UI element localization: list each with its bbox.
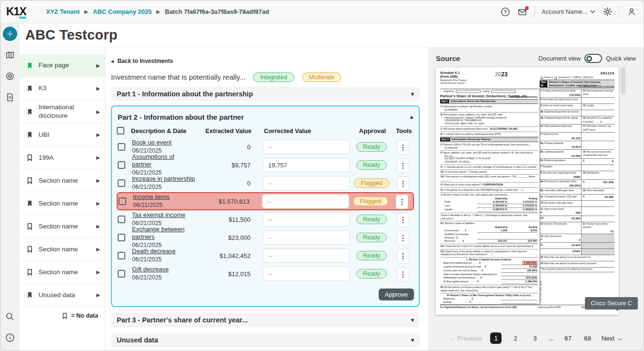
map-icon[interactable] [5, 51, 15, 62]
sidebar-item-ubi-3[interactable]: UBI▶ [20, 124, 105, 146]
row-checkbox[interactable] [118, 216, 125, 223]
row-tools-button[interactable] [397, 158, 409, 173]
top-bar: K1X XYZ Tenant▶ABC Company 2025▶Batch 7f… [0, 0, 644, 23]
sidebar-item-k3-1[interactable]: K3▶ [20, 77, 105, 100]
pagination-previous-button[interactable]: ← Previous [449, 335, 482, 342]
row-description-link[interactable]: Death decrease [132, 248, 195, 255]
row-description-link[interactable]: Increase in partnership [132, 175, 195, 183]
row-description-link[interactable]: Book up event [132, 139, 195, 146]
info-icon[interactable] [5, 333, 15, 344]
page-button-2[interactable]: 2 [510, 332, 521, 344]
sidebar-item-section-name-5[interactable]: Section name▶ [20, 169, 105, 192]
approve-button[interactable]: Approve [379, 289, 414, 300]
select-all-checkbox[interactable] [117, 127, 124, 134]
sidebar-item-label: Section name [39, 199, 91, 208]
corrected-value-input[interactable] [263, 140, 350, 154]
approval-badge: Ready [356, 142, 387, 152]
account-dropdown[interactable]: Account Name... [542, 8, 595, 15]
bookmark-icon [26, 246, 33, 253]
row-description-link[interactable]: Tax exempt income [132, 211, 195, 219]
row-description-link[interactable]: Gift decrease [132, 266, 195, 273]
row-checkbox[interactable] [119, 197, 126, 205]
search-icon[interactable] [5, 312, 15, 323]
row-tools-button[interactable] [397, 249, 409, 263]
view-toggle[interactable] [584, 54, 602, 63]
row-checkbox[interactable] [118, 270, 125, 278]
corrected-value-input[interactable] [263, 248, 350, 263]
corrected-value-input[interactable] [263, 158, 350, 172]
corrected-value-input[interactable] [263, 212, 350, 227]
document-preview: Schedule K-1(Form 1065) Department of th… [436, 67, 619, 315]
page-button-1[interactable]: 1 [490, 332, 502, 344]
pagination-next-button[interactable]: Next → [602, 335, 623, 342]
divider [534, 6, 535, 18]
corrected-value-input[interactable] [262, 194, 349, 208]
user-icon[interactable] [626, 7, 637, 17]
row-tools-button[interactable] [397, 176, 409, 191]
page-button-68[interactable]: 68 [582, 332, 594, 344]
row-tools-button[interactable] [397, 213, 409, 227]
chevron-right-icon: ▶ [96, 269, 100, 275]
back-to-investments-link[interactable]: ◂ Back to Investments [111, 58, 420, 64]
part3-header[interactable]: Part 3 - Partner's share of current year… [111, 313, 420, 327]
chevron-right-icon: ▶ [96, 178, 100, 183]
row-checkbox[interactable] [118, 252, 125, 259]
corrected-value-input[interactable] [263, 176, 350, 190]
extracted-value: 0 [247, 180, 251, 187]
investment-header: Investment name that is potentially real… [111, 72, 420, 81]
page-button-67[interactable]: 67 [563, 332, 574, 344]
sidebar-item-unused-data-10[interactable]: Unused data▶ [20, 284, 105, 307]
mail-icon[interactable] [517, 7, 528, 17]
document-icon[interactable] [5, 93, 15, 104]
k1x-logo[interactable]: K1X [6, 5, 26, 18]
row-date: 06/21/2025 [133, 202, 163, 208]
row-description-link[interactable]: Assumptions of partner [132, 153, 195, 168]
chevron-right-icon: ▶ [96, 86, 100, 91]
row-tools-button[interactable] [397, 140, 409, 155]
row-description-link[interactable]: Income items [133, 193, 194, 201]
unused-data-title: Unused data [117, 336, 158, 344]
sidebar-item-199a-4[interactable]: 199A▶ [20, 146, 105, 169]
breadcrumb-item-abc-company-2025[interactable]: ABC Company 2025 [93, 8, 152, 15]
extracted-value: $11,500 [229, 216, 251, 223]
row-checkbox[interactable] [118, 161, 125, 169]
table-row-income-items: Income items06/21/2025$1,570,613Flagged [117, 192, 414, 210]
k1-tax-year-fields: beginning ending [444, 90, 538, 93]
document-scrollbar[interactable] [621, 67, 625, 94]
row-tools-button[interactable] [396, 195, 408, 209]
sidebar-item-section-name-9[interactable]: Section name▶ [20, 261, 105, 284]
unused-data-header[interactable]: Unused data ▾ [111, 333, 420, 347]
corrected-value-input[interactable] [263, 267, 350, 281]
logo-k1-text: K1 [6, 5, 19, 18]
sidebar-item-international-disclosure-2[interactable]: International disclosure▶ [20, 100, 105, 124]
sidebar-item-section-name-8[interactable]: Section name▶ [20, 238, 105, 261]
part2-header[interactable]: Part 2 - Information about the partner ▴ [117, 110, 414, 124]
page-button-3[interactable]: 3 [529, 332, 541, 344]
row-description-link[interactable]: Exchange between partners [132, 226, 195, 240]
sidebar-item-section-name-7[interactable]: Section name▶ [20, 215, 105, 238]
row-tools-button[interactable] [397, 231, 409, 245]
gear-icon[interactable] [602, 7, 613, 17]
help-icon[interactable]: ? [500, 7, 511, 17]
radar-icon[interactable] [5, 72, 15, 83]
sidebar-item-face-page-0[interactable]: Face page▶ [20, 54, 105, 77]
bookmark-outline-icon [61, 312, 68, 319]
final-k1-checkbox [541, 77, 543, 79]
sidebar-item-section-name-6[interactable]: Section name▶ [20, 192, 105, 215]
breadcrumb-item-xyz-tenant[interactable]: XYZ Tenant [46, 8, 80, 15]
app-move-icon[interactable] [3, 27, 17, 41]
chevron-down-icon: ▾ [411, 337, 414, 343]
bookmark-icon [26, 85, 33, 92]
source-title: Source [436, 54, 460, 62]
k1-form-number: (Form 1065) [440, 75, 458, 78]
row-tools-button[interactable] [397, 267, 409, 281]
chevron-right-icon: ▶ [96, 109, 100, 114]
row-checkbox[interactable] [118, 179, 125, 187]
part1-header[interactable]: Part 1 - Information about the partnersh… [111, 87, 420, 101]
row-checkbox[interactable] [118, 234, 125, 241]
highlighted-value: 1,663,579 [523, 261, 537, 265]
sidebar: Face page▶K3▶International disclosure▶UB… [20, 47, 105, 351]
bookmark-icon [26, 291, 33, 299]
corrected-value-input[interactable] [263, 230, 350, 245]
row-checkbox[interactable] [118, 143, 125, 151]
